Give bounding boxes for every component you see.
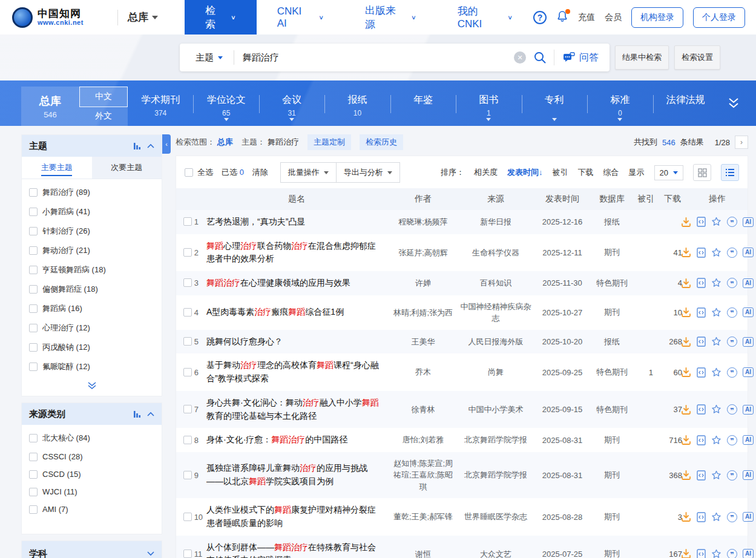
html-read-icon[interactable] <box>697 278 706 288</box>
result-authors[interactable]: 张延芹;高朝辉 <box>389 234 457 271</box>
html-read-icon[interactable] <box>697 512 706 522</box>
next-page-button[interactable]: › <box>735 136 748 149</box>
show-more-subjects-icon[interactable] <box>22 378 162 396</box>
html-read-icon[interactable] <box>697 404 706 415</box>
html-read-icon[interactable] <box>697 367 706 378</box>
db-tab-报纸[interactable]: 报纸10 <box>324 87 390 126</box>
favorite-star-icon[interactable] <box>711 217 721 227</box>
subject-filter-checkbox[interactable] <box>29 227 38 235</box>
ai-icon[interactable]: AI <box>743 337 754 347</box>
source-category-filter-checkbox[interactable] <box>29 434 38 442</box>
favorite-star-icon[interactable] <box>711 336 721 347</box>
search-in-results-button[interactable]: 结果中检索 <box>615 45 669 70</box>
download-icon[interactable] <box>681 248 691 257</box>
expand-panel-icon[interactable] <box>147 551 154 556</box>
search-input[interactable] <box>234 53 514 63</box>
download-icon[interactable] <box>681 307 691 317</box>
row-checkbox[interactable] <box>183 471 192 479</box>
result-authors[interactable]: 林晴;利婧;张为西 <box>389 295 457 330</box>
favorite-star-icon[interactable] <box>711 435 721 445</box>
search-field-dropdown[interactable]: 主题 <box>180 52 234 64</box>
db-tab-标准[interactable]: 标准0 <box>587 87 652 126</box>
scope-value[interactable]: 总库 <box>217 137 233 148</box>
quote-icon[interactable]: ❞ <box>727 470 737 481</box>
quote-icon[interactable]: ❞ <box>727 549 737 558</box>
db-tab-专利[interactable]: 专利 <box>522 87 587 126</box>
export-analyze-button[interactable]: 导出与分析 <box>336 162 400 183</box>
subject-filter-option[interactable]: 偏侧舞蹈症 (18) <box>29 280 154 299</box>
download-icon[interactable] <box>681 435 691 445</box>
nav-item-出版来源[interactable]: 出版来源∨ <box>344 0 437 34</box>
band-expand-chevron-icon[interactable] <box>718 80 745 126</box>
quote-icon[interactable]: ❞ <box>727 217 737 227</box>
ai-icon[interactable]: AI <box>743 307 754 317</box>
download-icon[interactable] <box>681 512 691 522</box>
quote-icon[interactable]: ❞ <box>727 307 737 318</box>
nav-item-CNKI AI[interactable]: CNKI AI∨ <box>257 0 344 34</box>
sort-by-发表时间[interactable]: 发表时间↓ <box>507 167 543 178</box>
result-source[interactable]: 中国中小学美术 <box>457 391 534 428</box>
recharge-link[interactable]: 充值 <box>578 12 595 23</box>
subject-filter-checkbox[interactable] <box>29 343 38 352</box>
html-read-icon[interactable] <box>697 435 706 445</box>
subject-filter-option[interactable]: 氟哌啶醇 (12) <box>29 357 154 376</box>
result-source[interactable]: 北京舞蹈学院学报 <box>457 428 534 452</box>
ai-icon[interactable]: AI <box>743 278 754 288</box>
row-checkbox[interactable] <box>183 248 192 257</box>
ai-icon[interactable]: AI <box>743 367 754 377</box>
nav-item-检索[interactable]: 检索∨ <box>185 0 257 34</box>
subject-filter-checkbox[interactable] <box>29 208 38 216</box>
result-source[interactable]: 大众文艺 <box>457 536 534 558</box>
db-tab-学术期刊[interactable]: 学术期刊374 <box>128 87 193 126</box>
search-icon[interactable] <box>533 51 547 64</box>
subject-filter-checkbox[interactable] <box>29 285 38 294</box>
subject-filter-checkbox[interactable] <box>29 266 38 274</box>
result-authors[interactable]: 程晓琳;杨频萍 <box>389 210 457 234</box>
select-all-control[interactable]: 全选 <box>185 167 213 178</box>
source-category-filter-checkbox[interactable] <box>29 505 38 514</box>
quote-icon[interactable]: ❞ <box>727 367 737 378</box>
batch-operations-button[interactable]: 批量操作 <box>280 162 337 183</box>
source-category-filter-checkbox[interactable] <box>29 470 38 479</box>
lang-tab-外文[interactable]: 外文 <box>79 107 128 126</box>
result-authors[interactable]: 王美华 <box>389 330 457 354</box>
subject-tab-次要主题[interactable]: 次要主题 <box>92 157 162 179</box>
ai-icon[interactable]: AI <box>743 248 754 257</box>
source-category-filter-option[interactable]: WJCI (11) <box>29 483 154 501</box>
download-icon[interactable] <box>681 278 691 288</box>
subject-filter-checkbox[interactable] <box>29 304 38 313</box>
row-checkbox[interactable] <box>183 550 192 558</box>
html-read-icon[interactable] <box>697 549 706 558</box>
result-source[interactable]: 新华日报 <box>457 210 534 234</box>
result-title-link[interactable]: 舞蹈治疗在心理健康领域的应用与效果 <box>204 271 389 295</box>
subject-customize-button[interactable]: 主题定制 <box>307 134 351 150</box>
result-title-link[interactable]: 跳舞何以疗愈身心？ <box>204 330 389 354</box>
db-tab-法律法规[interactable]: 法律法规 <box>653 87 718 126</box>
row-checkbox[interactable] <box>183 436 192 444</box>
source-category-filter-option[interactable]: AMI (7) <box>29 501 154 518</box>
sort-by-综合[interactable]: 综合 <box>603 167 619 178</box>
notification-bell-icon[interactable] <box>556 10 568 25</box>
result-authors[interactable]: 唐怡;刘若雅 <box>389 428 457 452</box>
row-checkbox[interactable] <box>183 368 192 376</box>
db-tab-学位论文[interactable]: 学位论文65 <box>193 87 258 126</box>
favorite-star-icon[interactable] <box>711 470 721 481</box>
quote-icon[interactable]: ❞ <box>727 435 737 445</box>
nav-item-我的CNKI[interactable]: 我的CNKI∨ <box>437 0 533 34</box>
subject-filter-option[interactable]: 亨廷顿舞蹈病 (18) <box>29 260 154 280</box>
ai-icon[interactable]: AI <box>743 217 754 227</box>
select-all-checkbox[interactable] <box>185 168 193 177</box>
page-size-select[interactable]: 20 <box>654 165 683 180</box>
result-authors[interactable]: 许婵 <box>389 271 457 295</box>
result-title-link[interactable]: 基于舞动治疗理念的高校体育舞蹈课程“身心融合”教学模式探索 <box>204 353 389 390</box>
result-title-link[interactable]: 舞蹈心理治疗联合药物治疗在混合焦虑抑郁症患者中的效果分析 <box>204 234 389 271</box>
result-source[interactable]: 百科知识 <box>457 271 534 295</box>
result-source[interactable]: 尚舞 <box>457 353 534 390</box>
subject-filter-checkbox[interactable] <box>29 188 38 197</box>
db-tab-年鉴[interactable]: 年鉴 <box>390 87 456 126</box>
help-icon[interactable]: ? <box>533 11 547 24</box>
favorite-star-icon[interactable] <box>711 248 721 258</box>
sort-by-被引[interactable]: 被引 <box>553 167 568 178</box>
clear-selection-button[interactable]: 清除 <box>252 167 268 178</box>
lang-tab-中文[interactable]: 中文 <box>79 87 128 107</box>
